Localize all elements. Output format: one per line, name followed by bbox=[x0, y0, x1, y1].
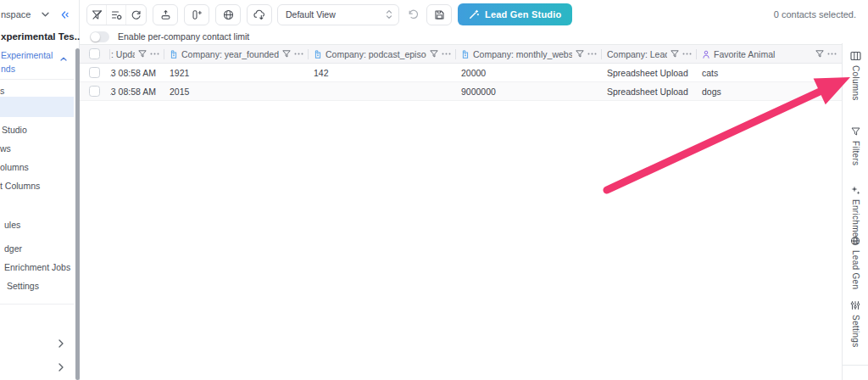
table-row[interactable]: 13 08:58 AM 2015 9000000 Spreadsheet Upl… bbox=[80, 82, 842, 101]
save-icon bbox=[434, 9, 445, 20]
undo-button[interactable] bbox=[405, 4, 422, 25]
toggle-knob bbox=[91, 32, 100, 42]
rail-divider bbox=[843, 365, 868, 366]
chevron-right-icon bbox=[58, 339, 64, 348]
tab-columns[interactable]: Columns bbox=[843, 51, 868, 101]
lead-gen-studio-label: Lead Gen Studio bbox=[485, 9, 561, 20]
cell-favorite-animal[interactable]: cats bbox=[697, 64, 842, 81]
table-row[interactable]: 13 08:58 AM 1921 142 20000 Spreadsheet U… bbox=[80, 64, 842, 82]
sidebar-item-expandable[interactable] bbox=[0, 360, 74, 377]
insert-column-button[interactable] bbox=[184, 4, 209, 25]
toolbar: Default View Lead Gen Studio 0 contacts … bbox=[80, 0, 868, 29]
sidebar-item[interactable]: dger bbox=[0, 241, 74, 256]
app-root: nspace xperimental Tes... Experimental n… bbox=[0, 0, 868, 380]
filter-icon[interactable] bbox=[815, 50, 824, 59]
collapse-sidebar-icon[interactable] bbox=[61, 11, 69, 19]
list-settings-button[interactable] bbox=[107, 5, 126, 25]
contact-limit-row: Enable per-company contact limit bbox=[80, 29, 842, 44]
columns-icon bbox=[850, 51, 861, 61]
cloud-import-button[interactable] bbox=[247, 4, 272, 25]
save-view-button[interactable] bbox=[426, 4, 452, 25]
sidebar-item[interactable]: olumns bbox=[0, 159, 74, 175]
column-header-lead-source[interactable]: Company: Lead Sou... bbox=[602, 45, 697, 63]
sidebar-divider bbox=[0, 304, 74, 305]
view-selector-value: Default View bbox=[286, 9, 336, 20]
company-icon bbox=[461, 50, 470, 59]
tab-lead-gen[interactable]: Lead Gen bbox=[843, 236, 868, 289]
more-options-icon[interactable] bbox=[682, 53, 692, 55]
stepper-icon bbox=[386, 9, 392, 20]
filter-icon[interactable] bbox=[430, 50, 438, 59]
sidebar-item[interactable]: Studio bbox=[0, 122, 74, 137]
per-company-limit-label: Enable per-company contact limit bbox=[118, 31, 249, 42]
workspace-name: nspace bbox=[0, 9, 31, 20]
column-header-year-founded[interactable]: Company: year_founded bbox=[164, 45, 309, 63]
column-header-monthly-website-visits[interactable]: Company: monthly_website_visits bbox=[456, 45, 602, 63]
more-options-icon[interactable] bbox=[150, 53, 159, 55]
refresh-button[interactable] bbox=[126, 5, 146, 25]
sidebar-item-active-table[interactable]: Experimental nds bbox=[0, 49, 74, 75]
more-options-icon[interactable] bbox=[587, 53, 597, 55]
company-icon bbox=[314, 50, 322, 59]
cell-lead-source[interactable]: Spreadsheet Upload bbox=[602, 82, 697, 100]
contacts-selected-status: 0 contacts selected. bbox=[774, 9, 856, 20]
column-header-podcast-episode-count[interactable]: Company: podcast_episode_count bbox=[309, 45, 456, 63]
sidebar-item[interactable]: ules bbox=[0, 217, 74, 232]
select-all-checkbox[interactable] bbox=[89, 48, 100, 59]
insert-row-button[interactable] bbox=[153, 4, 178, 25]
undo-icon bbox=[408, 9, 420, 20]
cell-podcast-episode-count[interactable]: 142 bbox=[309, 64, 456, 81]
cell-podcast-episode-count[interactable] bbox=[309, 82, 456, 100]
chevron-down-icon[interactable] bbox=[42, 12, 49, 17]
row-select-cell bbox=[80, 64, 110, 81]
filter-icon[interactable] bbox=[138, 50, 147, 59]
cell-updated[interactable]: 13 08:58 AM bbox=[110, 82, 164, 100]
more-options-icon[interactable] bbox=[827, 53, 837, 55]
clear-filters-icon bbox=[92, 9, 103, 20]
row-select-cell bbox=[80, 82, 110, 100]
row-checkbox[interactable] bbox=[89, 67, 100, 78]
globe-icon bbox=[223, 9, 234, 20]
left-sidebar: nspace xperimental Tes... Experimental n… bbox=[0, 0, 80, 380]
refresh-icon bbox=[131, 9, 142, 20]
cell-favorite-animal[interactable]: dogs bbox=[697, 82, 842, 100]
sidebar-item[interactable]: Settings bbox=[0, 278, 74, 293]
column-header-favorite-animal[interactable]: Favorite Animal bbox=[697, 45, 842, 63]
per-company-limit-toggle[interactable] bbox=[90, 31, 109, 42]
column-header-updated[interactable]: : Updated D bbox=[110, 45, 164, 63]
company-icon bbox=[170, 50, 178, 59]
sidebar-item-expandable[interactable] bbox=[0, 336, 74, 353]
sidebar-item[interactable]: ws bbox=[0, 141, 74, 156]
tab-filters[interactable]: Filters bbox=[843, 127, 868, 165]
sparkles-icon bbox=[850, 185, 860, 195]
chevron-up-icon[interactable] bbox=[60, 57, 67, 61]
sidebar-item[interactable]: Enrichment Jobs bbox=[0, 260, 74, 275]
filter-icon bbox=[851, 127, 860, 137]
sidebar-item[interactable]: t Columns bbox=[0, 178, 74, 193]
cell-year-founded[interactable]: 1921 bbox=[164, 64, 309, 81]
sidebar-divider bbox=[0, 79, 74, 80]
cell-lead-source[interactable]: Spreadsheet Upload bbox=[602, 64, 697, 81]
insert-column-icon bbox=[192, 9, 203, 20]
globe-button[interactable] bbox=[215, 4, 241, 25]
workspace-selector[interactable]: nspace bbox=[0, 5, 74, 24]
filter-icon[interactable] bbox=[576, 50, 584, 59]
cell-year-founded[interactable]: 2015 bbox=[164, 82, 309, 100]
clear-filters-button[interactable] bbox=[87, 5, 107, 25]
chevron-right-icon bbox=[58, 363, 64, 372]
cell-monthly-website-visits[interactable]: 9000000 bbox=[456, 82, 602, 100]
row-checkbox[interactable] bbox=[89, 86, 100, 97]
cloud-import-icon bbox=[253, 9, 265, 20]
select-all-cell bbox=[80, 45, 110, 63]
filter-icon[interactable] bbox=[282, 50, 291, 59]
tab-settings[interactable]: Settings bbox=[843, 300, 868, 348]
filter-icon[interactable] bbox=[670, 50, 679, 59]
cell-updated[interactable]: 13 08:58 AM bbox=[110, 64, 164, 81]
view-selector[interactable]: Default View bbox=[277, 4, 399, 25]
more-options-icon[interactable] bbox=[442, 53, 451, 55]
sidebar-item-selected[interactable] bbox=[0, 97, 74, 117]
lead-gen-studio-button[interactable]: Lead Gen Studio bbox=[458, 3, 572, 25]
more-options-icon[interactable] bbox=[294, 53, 303, 55]
filter-tools-group bbox=[86, 4, 147, 25]
cell-monthly-website-visits[interactable]: 20000 bbox=[456, 64, 602, 81]
